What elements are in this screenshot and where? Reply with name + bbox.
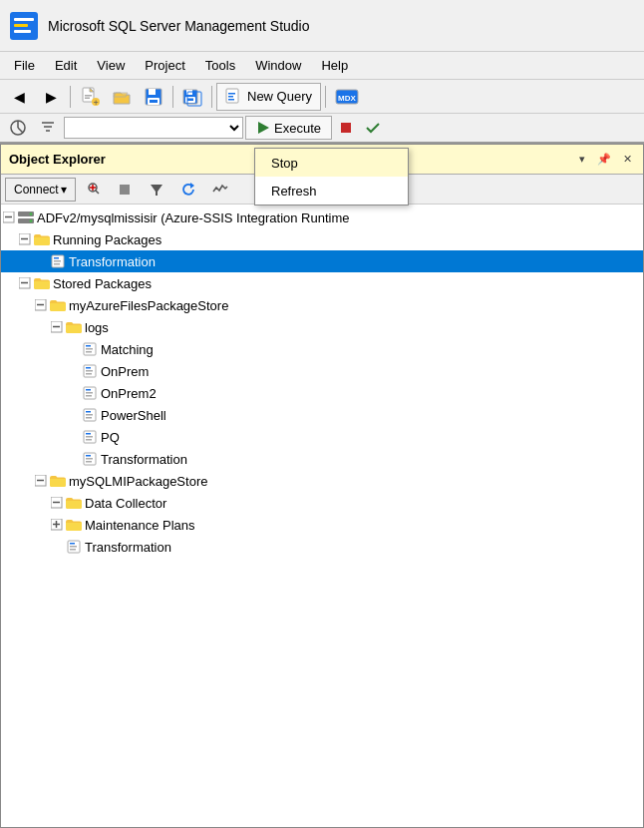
open-button[interactable] <box>107 83 137 111</box>
open-icon <box>112 87 132 107</box>
svg-rect-7 <box>85 97 90 99</box>
mdx-button[interactable]: MDX <box>330 83 364 111</box>
tree-item-pq[interactable]: PQ <box>1 426 643 448</box>
oe-refresh-btn[interactable] <box>173 178 203 202</box>
svg-marker-38 <box>151 185 162 196</box>
execute-button[interactable]: Execute <box>245 116 332 140</box>
svg-rect-37 <box>120 185 130 195</box>
new-file-button[interactable]: + <box>75 83 105 111</box>
oe-filter-btn[interactable] <box>78 178 108 202</box>
menu-edit[interactable]: Edit <box>45 54 87 77</box>
tree-expander-server[interactable] <box>1 211 17 223</box>
svg-rect-76 <box>86 436 93 438</box>
tree-expander-stored-packages[interactable] <box>17 277 33 289</box>
sep2 <box>172 86 173 108</box>
oe-dropdown-button[interactable]: ▾ <box>576 152 588 167</box>
tree-icon-maintenance-plans <box>65 516 83 534</box>
context-menu-refresh[interactable]: Refresh <box>255 177 408 205</box>
tree-item-myAzureFilesPackageStore[interactable]: myAzureFilesPackageStore <box>1 294 643 316</box>
oe-activity-btn[interactable] <box>205 178 235 202</box>
tree-label-pq: PQ <box>101 430 120 445</box>
svg-rect-2 <box>14 24 28 27</box>
svg-rect-80 <box>86 458 93 460</box>
back-button[interactable]: ◀ <box>4 83 34 111</box>
new-query-icon <box>225 88 243 106</box>
sep1 <box>70 86 71 108</box>
tree-item-maintenance-plans[interactable]: Maintenance Plans <box>1 514 643 536</box>
svg-rect-79 <box>86 455 91 457</box>
tree-label-logs: logs <box>85 320 109 335</box>
svg-rect-63 <box>86 367 91 369</box>
menu-project[interactable]: Project <box>135 54 194 77</box>
tree-item-transformation[interactable]: Transformation <box>1 250 643 272</box>
oe-pin-button[interactable]: 📌 <box>594 152 614 167</box>
tree-expander-mySQLMIPackageStore[interactable] <box>33 475 49 487</box>
tree-icon-data-collector <box>65 494 83 512</box>
database-dropdown[interactable] <box>64 117 243 139</box>
save-icon <box>144 87 163 107</box>
tree-expander-logs[interactable] <box>49 321 65 333</box>
tree-item-data-collector[interactable]: Data Collector <box>1 492 643 514</box>
oe-close-button[interactable]: ✕ <box>620 152 635 167</box>
svg-text:+: + <box>94 97 99 107</box>
oe-stop-btn[interactable] <box>110 178 140 202</box>
tree-item-powershell[interactable]: PowerShell <box>1 404 643 426</box>
menu-window[interactable]: Window <box>245 54 311 77</box>
tree-item-transformation3[interactable]: Transformation <box>1 536 643 558</box>
toolbar2-pin-button[interactable] <box>4 114 32 142</box>
tree-item-logs[interactable]: logs <box>1 316 643 338</box>
tree-item-mySQLMIPackageStore[interactable]: mySQLMIPackageStore <box>1 470 643 492</box>
tree-item-onprem[interactable]: OnPrem <box>1 360 643 382</box>
tree-label-server: ADFv2/mysqlmissisir (Azure-SSIS Integrat… <box>37 210 350 225</box>
tree-item-matching[interactable]: Matching <box>1 338 643 360</box>
tree-item-running-packages[interactable]: Running Packages <box>1 228 643 250</box>
new-query-button[interactable]: New Query <box>216 83 321 111</box>
context-menu-stop[interactable]: Stop <box>255 149 408 177</box>
tree-icon-pq <box>81 428 99 446</box>
check-button[interactable] <box>360 114 386 142</box>
svg-marker-31 <box>258 122 269 134</box>
sep4 <box>325 86 326 108</box>
oe-filter2-btn[interactable] <box>142 178 171 202</box>
tree-expander-running-packages[interactable] <box>17 233 33 245</box>
menu-file[interactable]: File <box>4 54 45 77</box>
tree-expander-data-collector[interactable] <box>49 497 65 509</box>
tree-item-transformation2[interactable]: Transformation <box>1 448 643 470</box>
tree-icon-running-packages <box>33 230 51 248</box>
menu-view[interactable]: View <box>87 54 135 77</box>
tree-expander-maintenance-plans[interactable] <box>49 519 65 531</box>
tree-expander-myAzureFilesPackageStore[interactable] <box>33 299 49 311</box>
tree-item-onprem2[interactable]: OnPrem2 <box>1 382 643 404</box>
toolbar2-filter-button[interactable] <box>34 114 62 142</box>
tree-label-stored-packages: Stored Packages <box>53 276 152 291</box>
sep3 <box>211 86 212 108</box>
execute-label: Execute <box>274 121 321 136</box>
svg-rect-49 <box>54 257 59 259</box>
svg-rect-11 <box>149 89 156 95</box>
tree-item-stored-packages[interactable]: Stored Packages <box>1 272 643 294</box>
tree-icon-mySQLMIPackageStore <box>49 472 67 490</box>
menu-tools[interactable]: Tools <box>195 54 245 77</box>
save-all-button[interactable] <box>177 83 207 111</box>
tree-icon-transformation3 <box>65 538 83 556</box>
svg-line-27 <box>18 128 23 133</box>
forward-button[interactable]: ▶ <box>36 83 66 111</box>
menu-bar: File Edit View Project Tools Window Help <box>0 52 644 80</box>
stop-query-button[interactable] <box>334 114 358 142</box>
svg-rect-68 <box>86 392 93 394</box>
object-explorer-title: Object Explorer <box>9 152 106 167</box>
execute-play-icon <box>256 121 270 135</box>
save-button[interactable] <box>139 83 168 111</box>
svg-rect-64 <box>86 370 93 372</box>
tree-icon-transformation2 <box>81 450 99 468</box>
menu-help[interactable]: Help <box>311 54 358 77</box>
svg-rect-77 <box>86 439 92 441</box>
svg-rect-32 <box>341 123 351 133</box>
svg-rect-50 <box>54 260 61 262</box>
tree-icon-onprem2 <box>81 384 99 402</box>
connect-button[interactable]: Connect ▾ <box>5 178 76 202</box>
tree-item-server[interactable]: ADFv2/mysqlmissisir (Azure-SSIS Integrat… <box>1 207 643 228</box>
tree-icon-powershell <box>81 406 99 424</box>
oe-stop-icon <box>117 182 133 198</box>
svg-rect-20 <box>228 93 235 95</box>
